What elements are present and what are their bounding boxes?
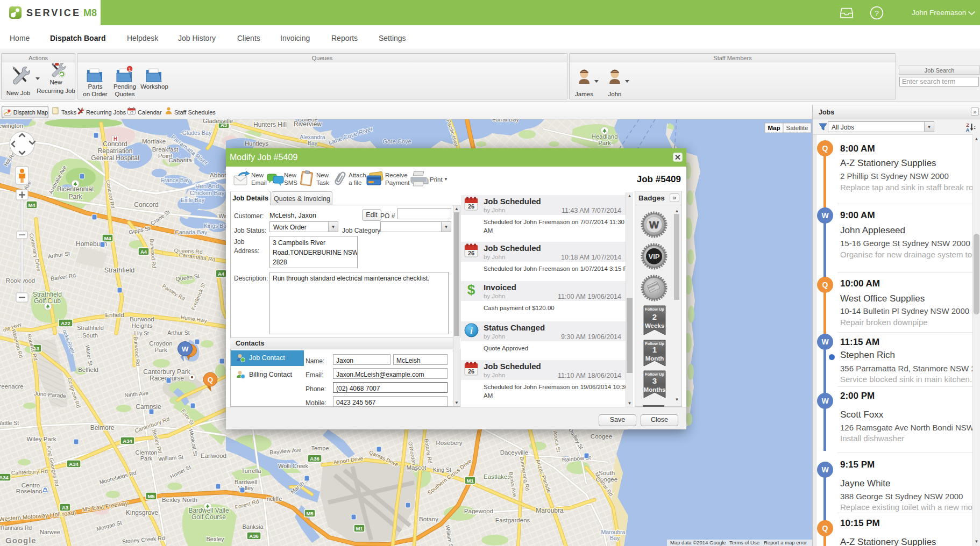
- svg-text:Coogee: Coogee: [591, 433, 612, 440]
- svg-text:26: 26: [468, 203, 474, 210]
- svg-text:ewington: ewington: [0, 123, 23, 129]
- svg-text:Gladesville: Gladesville: [203, 119, 233, 124]
- svg-text:Golf Course: Golf Course: [191, 513, 226, 521]
- svg-text:France Bay: France Bay: [161, 177, 190, 183]
- svg-text:Follow Up: Follow Up: [645, 307, 664, 312]
- svg-text:?: ?: [875, 9, 879, 17]
- svg-text:Repatriation: Repatriation: [98, 147, 133, 155]
- svg-text:Arthur St: Arthur St: [167, 329, 190, 336]
- svg-text:W: W: [649, 219, 659, 231]
- svg-text:Weeks: Weeks: [645, 322, 664, 329]
- svg-text:A34: A34: [0, 475, 9, 480]
- svg-text:M1: M1: [356, 526, 363, 531]
- svg-text:Park: Park: [140, 455, 153, 462]
- svg-text:Satellite: Satellite: [786, 125, 808, 131]
- svg-text:Enfield: Enfield: [105, 312, 124, 318]
- svg-text:Bay: Bay: [308, 140, 318, 146]
- svg-text:Hunters Hill: Hunters Hill: [253, 121, 287, 128]
- svg-text:Croydon: Croydon: [149, 340, 172, 347]
- svg-text:Wolli Creek: Wolli Creek: [278, 463, 309, 469]
- svg-text:Campsie: Campsie: [136, 403, 161, 411]
- svg-text:Maroubra: Maroubra: [536, 507, 564, 514]
- svg-text:Bexley: Bexley: [206, 536, 224, 542]
- svg-text:...South: ...South: [77, 332, 98, 339]
- svg-text:Riverview: Riverview: [294, 120, 322, 128]
- svg-text:W: W: [182, 345, 189, 353]
- svg-text:Bexley North: Bexley North: [162, 497, 197, 503]
- svg-text:A: A: [966, 127, 970, 132]
- svg-text:VIP: VIP: [649, 253, 660, 261]
- svg-text:Mascot: Mascot: [406, 464, 427, 471]
- svg-text:M1: M1: [466, 478, 474, 484]
- svg-text:Terms of Use: Terms of Use: [729, 540, 759, 545]
- svg-text:Park: Park: [154, 347, 167, 353]
- svg-text:Cabarita: Cabarita: [168, 157, 192, 163]
- svg-text:Heights: Heights: [132, 322, 153, 329]
- svg-text:Huntleys: Huntleys: [245, 140, 269, 147]
- svg-text:A22: A22: [61, 320, 70, 326]
- svg-text:Canada Bay: Canada Bay: [175, 229, 208, 235]
- svg-text:Park: Park: [68, 193, 82, 200]
- svg-text:M5: M5: [147, 493, 155, 499]
- svg-text:reenacre: reenacre: [0, 383, 24, 390]
- svg-text:Rookwood: Rookwood: [6, 277, 35, 284]
- svg-text:2: 2: [652, 312, 657, 321]
- svg-text:Botany: Botany: [419, 516, 438, 522]
- svg-text:Banksia: Banksia: [242, 523, 264, 530]
- svg-text:Exile Bay: Exile Bay: [181, 197, 205, 203]
- svg-text:Kingsgrove: Kingsgrove: [126, 509, 158, 516]
- svg-text:M4: M4: [28, 202, 35, 208]
- svg-text:King St: King St: [433, 466, 451, 473]
- svg-text:Google: Google: [5, 536, 37, 545]
- svg-text:Month: Month: [645, 355, 664, 362]
- svg-text:Hannans Rd: Hannans Rd: [1, 525, 32, 531]
- svg-text:Narwee: Narwee: [40, 529, 60, 535]
- svg-text:Chicken Bay: Chicken Bay: [190, 190, 225, 196]
- svg-text:Rosebery: Rosebery: [436, 440, 462, 446]
- svg-text:Eastlakes: Eastlakes: [484, 473, 510, 480]
- svg-text:A34: A34: [69, 461, 79, 467]
- svg-text:26: 26: [468, 368, 474, 375]
- svg-text:Kings Ba: Kings Ba: [204, 222, 226, 229]
- svg-text:Eastgardens: Eastgardens: [495, 517, 530, 523]
- svg-text:Map data ©2014 Google: Map data ©2014 Google: [670, 540, 726, 545]
- svg-text:3: 3: [652, 376, 657, 385]
- svg-text:Burwood: Burwood: [130, 316, 154, 322]
- svg-text:Report a map error: Report a map error: [764, 540, 807, 545]
- svg-text:Belmore: Belmore: [90, 424, 115, 432]
- svg-text:Daceyville: Daceyville: [500, 449, 528, 456]
- svg-text:H: H: [113, 136, 117, 142]
- svg-text:Bay: Bay: [610, 535, 620, 541]
- svg-text:Q: Q: [208, 376, 213, 384]
- svg-text:General Hospital: General Hospital: [91, 154, 139, 162]
- svg-text:Earlwood: Earlwood: [201, 452, 226, 459]
- svg-text:A36: A36: [310, 456, 319, 462]
- svg-text:Belfield: Belfield: [78, 367, 98, 373]
- svg-text:M5: M5: [306, 511, 314, 516]
- svg-text:26: 26: [468, 250, 474, 256]
- svg-text:Pagewood: Pagewood: [464, 508, 493, 514]
- svg-text:Months: Months: [644, 386, 666, 393]
- svg-text:Wiley Park: Wiley Park: [27, 436, 56, 442]
- svg-text:Strathfield: Strathfield: [77, 325, 104, 331]
- svg-text:Strathfield: Strathfield: [104, 267, 134, 274]
- svg-text:A4: A4: [140, 249, 147, 255]
- svg-text:Gore Cove: Gore Cove: [382, 138, 411, 145]
- svg-text:Wattle St: Wattle St: [0, 420, 19, 426]
- svg-text:A34: A34: [123, 438, 132, 444]
- svg-text:Breakfast: Breakfast: [152, 146, 179, 153]
- svg-text:A4: A4: [218, 271, 225, 277]
- svg-text:Roselands: Roselands: [16, 488, 46, 494]
- svg-text:Lily St: Lily St: [134, 331, 148, 336]
- svg-text:ncliffe: ncliffe: [267, 495, 282, 502]
- svg-text:i: i: [470, 326, 473, 335]
- svg-text:Park: Park: [598, 140, 611, 146]
- svg-text:Map: Map: [768, 125, 780, 131]
- svg-text:Turrella: Turrella: [242, 468, 262, 474]
- svg-text:A36: A36: [249, 533, 258, 539]
- svg-text:eutral Bay: eutral Bay: [492, 119, 519, 123]
- svg-text:1: 1: [128, 67, 131, 72]
- svg-text:Tempe: Tempe: [311, 445, 329, 451]
- svg-text:26: 26: [130, 110, 134, 114]
- svg-text:Glades Bay: Glades Bay: [182, 130, 212, 136]
